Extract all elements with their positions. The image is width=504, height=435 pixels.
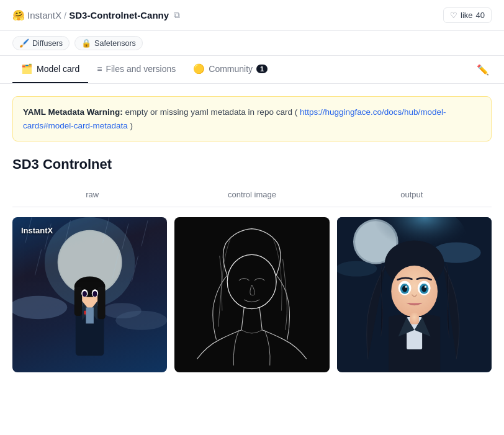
output-image-svg (337, 217, 492, 372)
svg-line-19 (25, 217, 32, 243)
svg-point-28 (228, 254, 277, 308)
model-title: SD3 Controlnet (12, 156, 492, 173)
svg-point-3 (12, 296, 67, 319)
diffusers-icon: 🖌️ (19, 38, 29, 48)
svg-rect-18 (86, 308, 93, 324)
raw-image (12, 217, 167, 372)
yaml-warning: YAML Metadata Warning: empty or missing … (12, 96, 492, 141)
svg-point-34 (337, 261, 377, 277)
image-divider (12, 207, 492, 207)
org-name[interactable]: InstantX (27, 10, 61, 20)
tab-community-label: Community (209, 64, 253, 74)
like-count: 40 (476, 11, 485, 20)
community-badge: 1 (256, 65, 268, 73)
svg-line-24 (142, 220, 148, 246)
warning-suffix: ) (130, 121, 133, 130)
control-image-svg (174, 217, 329, 372)
tab-files-versions[interactable]: ≡ Files and versions (88, 56, 184, 83)
raw-image-svg (12, 217, 167, 372)
tag-diffusers[interactable]: 🖌️ Diffusers (12, 36, 70, 50)
svg-point-14 (92, 291, 97, 297)
svg-rect-9 (74, 287, 82, 316)
svg-point-36 (391, 266, 438, 317)
like-button[interactable]: ♡ like 40 (443, 7, 492, 23)
community-icon: 🟡 (193, 63, 205, 74)
copy-icon[interactable]: ⧉ (174, 10, 180, 20)
repo-name[interactable]: SD3-Controlnet-Canny (69, 10, 169, 20)
tab-files-label: Files and versions (106, 64, 176, 74)
col-output-label: output (332, 190, 492, 199)
breadcrumb: 🤗 InstantX / SD3-Controlnet-Canny ⧉ (12, 9, 180, 22)
tab-community[interactable]: 🟡 Community 1 (184, 56, 276, 83)
breadcrumb-separator: / (64, 10, 66, 20)
tab-model-card[interactable]: 🗂️ Model card (12, 56, 88, 83)
heart-icon: ♡ (450, 11, 457, 20)
svg-point-43 (405, 286, 407, 288)
tag-diffusers-label: Diffusers (32, 39, 63, 48)
output-image-content (337, 217, 492, 372)
edit-button[interactable]: ✏️ (474, 61, 492, 78)
tag-safetensors-label: Safetensors (94, 39, 136, 48)
svg-point-13 (83, 291, 87, 297)
tabs-bar: 🗂️ Model card ≡ Files and versions 🟡 Com… (0, 56, 504, 84)
svg-rect-10 (97, 287, 105, 319)
page-header: 🤗 InstantX / SD3-Controlnet-Canny ⧉ ♡ li… (0, 0, 504, 31)
col-raw-label: raw (12, 190, 172, 199)
svg-rect-48 (410, 313, 419, 325)
svg-point-44 (424, 286, 426, 288)
main-content: YAML Metadata Warning: empty or missing … (0, 84, 504, 385)
svg-line-25 (35, 249, 41, 276)
control-image-content (174, 217, 329, 372)
warning-prefix: YAML Metadata Warning: (23, 107, 123, 117)
col-control-label: control image (172, 190, 331, 199)
tag-safetensors[interactable]: 🔒 Safetensors (74, 36, 143, 50)
images-grid (12, 217, 492, 372)
warning-text: empty or missing yaml metadata in repo c… (125, 107, 298, 117)
files-icon: ≡ (97, 64, 102, 74)
output-image (337, 217, 492, 372)
image-column-headers: raw control image output (12, 190, 492, 199)
tab-model-card-label: Model card (37, 64, 79, 74)
raw-image-content (12, 217, 167, 372)
tags-row: 🖌️ Diffusers 🔒 Safetensors (0, 31, 504, 56)
control-image (174, 217, 329, 372)
image-section: raw control image output (12, 190, 492, 372)
safetensors-icon: 🔒 (81, 38, 91, 48)
hf-logo-icon: 🤗 (12, 9, 25, 22)
model-card-icon: 🗂️ (21, 63, 33, 74)
svg-point-5 (102, 303, 141, 318)
like-label: like (461, 11, 473, 20)
